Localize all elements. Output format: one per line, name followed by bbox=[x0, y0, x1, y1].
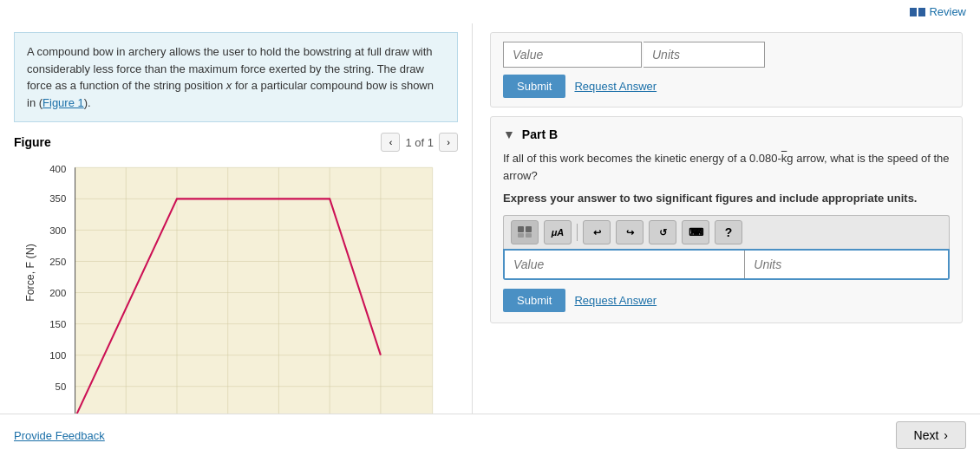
part-b-label: Part B bbox=[522, 127, 558, 141]
svg-rect-3 bbox=[526, 233, 532, 238]
reset-button[interactable]: ↺ bbox=[649, 220, 676, 244]
figure-title: Figure bbox=[14, 135, 51, 149]
figure-pagination: 1 of 1 bbox=[405, 136, 434, 149]
reset-icon: ↺ bbox=[659, 227, 667, 238]
y-tick-150: 150 bbox=[49, 319, 66, 329]
part-a-action-row: Submit Request Answer bbox=[503, 75, 950, 98]
part-b-units-input[interactable] bbox=[745, 251, 948, 278]
svg-rect-2 bbox=[518, 233, 524, 238]
keyboard-icon: ⌨ bbox=[689, 226, 703, 238]
svg-rect-0 bbox=[518, 226, 524, 232]
split-icon-button[interactable] bbox=[511, 220, 539, 244]
part-a-submit-button[interactable]: Submit bbox=[503, 75, 565, 98]
figure-link[interactable]: Figure 1 bbox=[42, 96, 84, 109]
part-b-action-row: Submit Request Answer bbox=[503, 289, 950, 312]
svg-rect-1 bbox=[526, 226, 532, 232]
part-a-units-input[interactable] bbox=[644, 42, 765, 68]
undo-button[interactable]: ↩ bbox=[583, 220, 611, 244]
undo-icon: ↩ bbox=[593, 227, 601, 238]
figure-section: Figure ‹ 1 of 1 › bbox=[14, 133, 458, 414]
mu-label: μA bbox=[552, 227, 565, 238]
part-a-value-input[interactable] bbox=[503, 42, 642, 68]
figure-prev-button[interactable]: ‹ bbox=[381, 133, 400, 152]
part-b-question: If all of this work becomes the kinetic … bbox=[503, 150, 950, 184]
problem-text: A compound bow in archery allows the use… bbox=[14, 32, 458, 122]
keyboard-button[interactable]: ⌨ bbox=[682, 220, 709, 244]
figure-nav: ‹ 1 of 1 › bbox=[381, 133, 458, 152]
graph-container: 50 100 150 200 250 300 350 400 O 0.1 0.2… bbox=[14, 159, 458, 414]
part-a-answer-area: Submit Request Answer bbox=[490, 32, 963, 107]
mu-button[interactable]: μA bbox=[544, 220, 572, 244]
part-b-value-input[interactable] bbox=[505, 251, 744, 278]
feedback-button[interactable]: Provide Feedback bbox=[14, 429, 105, 442]
toolbar-separator bbox=[577, 224, 578, 241]
y-tick-100: 100 bbox=[49, 350, 66, 361]
figure-header: Figure ‹ 1 of 1 › bbox=[14, 133, 458, 152]
part-b-answer-area bbox=[503, 249, 950, 280]
split-icon bbox=[517, 225, 532, 239]
right-panel: Submit Request Answer ▼ Part B If all of… bbox=[473, 23, 980, 414]
review-icon bbox=[910, 8, 925, 16]
y-tick-250: 250 bbox=[49, 257, 66, 267]
redo-icon: ↪ bbox=[626, 227, 634, 238]
part-b-request-answer-button[interactable]: Request Answer bbox=[574, 294, 657, 307]
figure-next-button[interactable]: › bbox=[439, 133, 458, 152]
top-bar: Review bbox=[0, 0, 980, 23]
y-tick-350: 350 bbox=[49, 193, 66, 204]
graph-svg: 50 100 150 200 250 300 350 400 O 0.1 0.2… bbox=[14, 159, 458, 414]
y-tick-200: 200 bbox=[49, 288, 66, 298]
y-tick-50: 50 bbox=[56, 381, 67, 392]
review-label: Review bbox=[929, 5, 966, 18]
main-content: A compound bow in archery allows the use… bbox=[0, 23, 980, 414]
bottom-bar: Provide Feedback Next › bbox=[0, 414, 980, 456]
graph-background bbox=[75, 167, 433, 414]
y-tick-400: 400 bbox=[49, 164, 66, 174]
collapse-arrow-icon[interactable]: ▼ bbox=[503, 127, 515, 141]
review-link[interactable]: Review bbox=[910, 5, 966, 18]
part-a-request-answer-button[interactable]: Request Answer bbox=[574, 80, 657, 93]
next-arrow-icon: › bbox=[944, 428, 948, 442]
part-b-header: ▼ Part B bbox=[503, 127, 950, 141]
part-b-submit-button[interactable]: Submit bbox=[503, 289, 565, 312]
y-tick-300: 300 bbox=[49, 225, 66, 236]
part-b-toolbar: μA ↩ ↪ ↺ ⌨ ? bbox=[503, 215, 950, 249]
problem-description: A compound bow in archery allows the use… bbox=[27, 45, 434, 109]
redo-button[interactable]: ↪ bbox=[616, 220, 644, 244]
next-button[interactable]: Next › bbox=[896, 421, 966, 449]
part-a-input-row bbox=[503, 42, 950, 68]
part-b-instruction: Express your answer to two significant f… bbox=[503, 191, 950, 206]
y-axis-title: Force, F (N) bbox=[24, 244, 36, 302]
left-panel: A compound bow in archery allows the use… bbox=[0, 23, 473, 414]
help-button[interactable]: ? bbox=[715, 220, 742, 244]
help-label: ? bbox=[725, 225, 733, 239]
next-label: Next bbox=[914, 428, 939, 442]
part-b-section: ▼ Part B If all of this work becomes the… bbox=[490, 116, 963, 323]
